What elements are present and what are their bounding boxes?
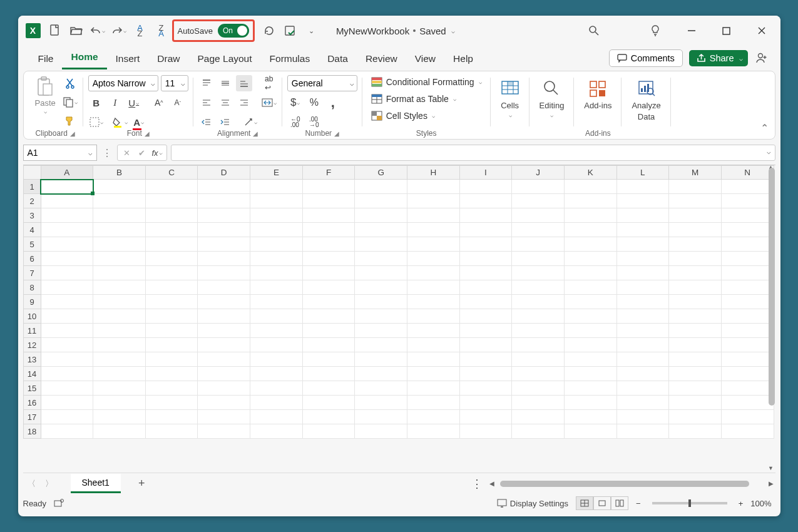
cell[interactable]	[459, 324, 512, 338]
cell[interactable]	[459, 381, 512, 396]
cell[interactable]	[93, 252, 146, 266]
cell[interactable]	[564, 237, 616, 252]
vertical-scrollbar[interactable]: ▲ ▼	[767, 165, 775, 473]
refresh-icon[interactable]	[261, 23, 277, 39]
cell[interactable]	[512, 237, 565, 252]
enter-formula-icon[interactable]: ✔	[135, 146, 149, 160]
cell[interactable]	[145, 381, 198, 396]
cell[interactable]	[616, 180, 669, 194]
cell[interactable]	[616, 324, 669, 338]
zoom-slider-thumb[interactable]	[688, 499, 691, 507]
wrap-text-icon[interactable]: ab↩	[261, 75, 277, 91]
cell[interactable]	[616, 396, 669, 410]
font-size-select[interactable]: 11	[161, 75, 188, 91]
cell[interactable]	[41, 338, 93, 352]
cell[interactable]	[145, 223, 198, 237]
cell[interactable]	[250, 352, 303, 367]
customize-qat-icon[interactable]: ⌄	[304, 23, 320, 39]
cell[interactable]	[250, 309, 303, 324]
cell[interactable]	[407, 381, 459, 396]
cell[interactable]	[145, 424, 198, 439]
cell[interactable]	[616, 266, 669, 280]
scroll-left-arrow[interactable]: ◀	[488, 480, 496, 487]
cell[interactable]	[145, 208, 198, 223]
cell[interactable]	[721, 424, 774, 439]
cell[interactable]	[721, 266, 774, 280]
format-painter-icon[interactable]	[62, 113, 78, 129]
cell[interactable]	[616, 194, 669, 208]
align-center-icon[interactable]	[217, 95, 233, 111]
decrease-font-icon[interactable]: Aˇ	[170, 95, 186, 111]
cell[interactable]	[407, 324, 459, 338]
cell[interactable]	[355, 295, 407, 309]
row-header[interactable]: 8	[23, 280, 41, 295]
cell[interactable]	[459, 295, 512, 309]
cell[interactable]	[93, 180, 146, 194]
increase-font-icon[interactable]: A^	[151, 95, 167, 111]
cell[interactable]	[564, 223, 616, 237]
cell[interactable]	[355, 208, 407, 223]
cell[interactable]	[616, 424, 669, 439]
cell[interactable]	[669, 180, 722, 194]
row-header[interactable]: 18	[23, 424, 41, 439]
cell[interactable]	[93, 338, 146, 352]
close-button[interactable]	[753, 22, 770, 39]
cell[interactable]	[41, 266, 93, 280]
borders-icon[interactable]: ⌵	[88, 114, 105, 130]
cell[interactable]	[669, 338, 722, 352]
tab-data[interactable]: Data	[319, 49, 357, 69]
cell[interactable]	[302, 367, 355, 381]
cell[interactable]	[41, 295, 93, 309]
cell[interactable]	[407, 367, 459, 381]
cell[interactable]	[250, 237, 303, 252]
row-header[interactable]: 14	[23, 367, 41, 381]
cancel-formula-icon[interactable]: ✕	[120, 146, 134, 160]
cell[interactable]	[616, 410, 669, 424]
cell[interactable]	[407, 237, 459, 252]
redo-icon[interactable]: ⌵	[111, 23, 127, 39]
cell[interactable]	[198, 338, 250, 352]
cell[interactable]	[302, 324, 355, 338]
cell[interactable]	[564, 266, 616, 280]
cell[interactable]	[302, 309, 355, 324]
insert-function-icon[interactable]: fx⌵	[150, 146, 164, 160]
cell[interactable]	[41, 208, 93, 223]
row-header[interactable]: 12	[23, 338, 41, 352]
cell[interactable]	[250, 396, 303, 410]
select-all-corner[interactable]	[23, 166, 41, 180]
cell[interactable]	[355, 338, 407, 352]
cell[interactable]	[355, 252, 407, 266]
cell[interactable]	[407, 266, 459, 280]
cell[interactable]	[302, 252, 355, 266]
cell[interactable]	[250, 280, 303, 295]
cell[interactable]	[250, 424, 303, 439]
cell[interactable]	[145, 410, 198, 424]
cell[interactable]	[512, 223, 565, 237]
cell[interactable]	[669, 237, 722, 252]
cell[interactable]	[616, 367, 669, 381]
row-header[interactable]: 17	[23, 410, 41, 424]
dialog-launcher-icon[interactable]: ◢	[253, 130, 258, 137]
cell[interactable]	[512, 266, 565, 280]
cell[interactable]	[198, 194, 250, 208]
cell[interactable]	[355, 309, 407, 324]
dialog-launcher-icon[interactable]: ◢	[334, 130, 339, 137]
cell[interactable]	[669, 295, 722, 309]
cell[interactable]	[145, 266, 198, 280]
comma-format-icon[interactable]: ,	[325, 95, 341, 111]
cell[interactable]	[41, 324, 93, 338]
cell[interactable]	[407, 410, 459, 424]
bold-button[interactable]: B	[88, 95, 105, 111]
tab-view[interactable]: View	[406, 49, 444, 69]
column-header[interactable]: H	[407, 166, 459, 180]
scroll-right-arrow[interactable]: ▶	[767, 480, 775, 487]
cell[interactable]	[302, 208, 355, 223]
cell[interactable]	[512, 194, 565, 208]
cell[interactable]	[355, 424, 407, 439]
cell[interactable]	[302, 237, 355, 252]
cell[interactable]	[669, 194, 722, 208]
cell[interactable]	[145, 352, 198, 367]
tab-formulas[interactable]: Formulas	[261, 49, 319, 69]
cell[interactable]	[355, 352, 407, 367]
cell[interactable]	[512, 424, 565, 439]
